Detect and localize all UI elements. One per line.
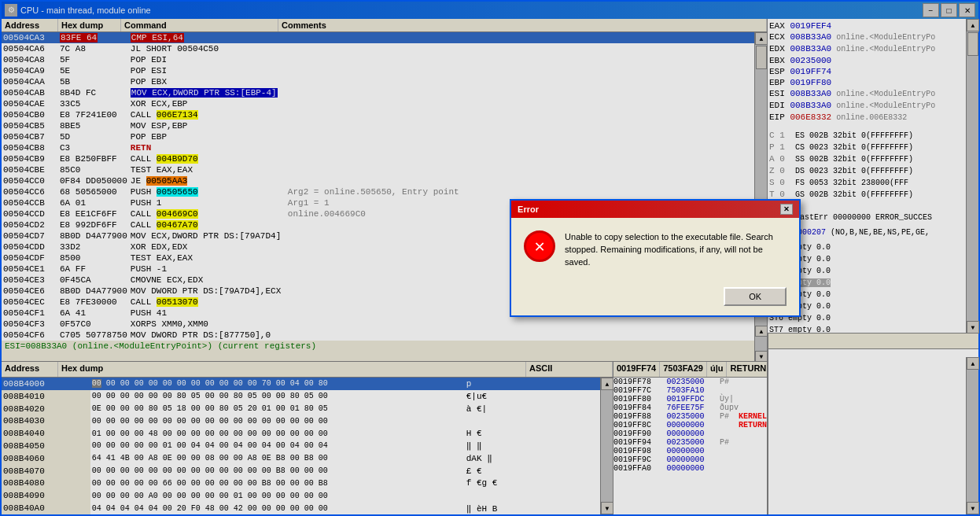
dialog-footer: OK xyxy=(511,281,799,315)
dialog-overlay xyxy=(2,2,978,514)
dialog-error-icon: ✕ xyxy=(524,230,555,262)
main-window: ⚙ CPU - main thread, module online − □ ✕… xyxy=(0,0,980,516)
dialog-title-bar: Error ✕ xyxy=(511,201,799,218)
dialog-close-button[interactable]: ✕ xyxy=(780,204,793,215)
dialog-message: Unable to copy selection to the executab… xyxy=(565,230,787,268)
error-dialog: Error ✕ ✕ Unable to copy selection to th… xyxy=(510,199,801,317)
dialog-ok-button[interactable]: OK xyxy=(724,287,787,306)
dialog-title-text: Error xyxy=(518,205,539,214)
dialog-body: ✕ Unable to copy selection to the execut… xyxy=(511,218,799,281)
